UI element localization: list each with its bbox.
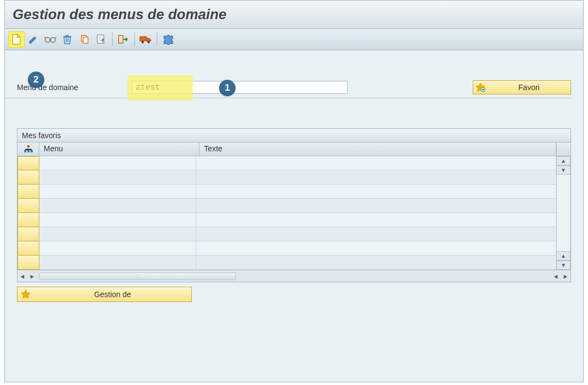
favorites-table-body: ▲ ▼ ▲ ▼ <box>17 156 571 270</box>
scroll-down-button[interactable]: ▼ <box>556 260 571 270</box>
svg-point-8 <box>148 41 150 44</box>
domain-menu-input[interactable] <box>132 81 348 94</box>
note-edit-icon <box>96 34 107 45</box>
scroll-right-button[interactable]: ► <box>27 271 37 281</box>
table-cell[interactable] <box>39 213 196 227</box>
data-columns <box>39 156 556 270</box>
svg-point-0 <box>45 38 50 43</box>
row-handles <box>17 156 39 270</box>
scroll-down-button[interactable]: ▼ <box>556 165 571 175</box>
favorites-panel: Mes favoris Menu Texte <box>17 128 571 282</box>
table-cell[interactable] <box>39 199 196 213</box>
scroll-up-button[interactable]: ▲ <box>556 156 571 165</box>
toolbar-separator <box>112 32 113 46</box>
svg-rect-5 <box>119 35 123 43</box>
gestion-button-label: Gestion de <box>34 290 191 299</box>
row-selector[interactable] <box>17 227 39 241</box>
display-button[interactable] <box>42 31 58 48</box>
table-cell[interactable] <box>39 227 196 241</box>
svg-rect-12 <box>27 150 30 152</box>
domain-menu-input-wrap: 1 <box>132 81 348 94</box>
row-selector[interactable] <box>17 241 39 256</box>
hierarchy-icon <box>23 145 33 153</box>
vertical-scrollbar: ▲ ▼ ▲ ▼ <box>556 156 571 270</box>
transport-button[interactable] <box>115 31 132 48</box>
table-cell[interactable] <box>196 256 556 270</box>
copy-icon <box>79 34 90 45</box>
table-cell[interactable] <box>196 156 556 170</box>
puzzle-button[interactable] <box>160 31 177 48</box>
menu-column <box>39 156 196 270</box>
table-cell[interactable] <box>196 170 556 185</box>
texte-column <box>196 156 556 270</box>
column-header-texte[interactable]: Texte <box>199 143 556 156</box>
scroll-right-button[interactable]: ► <box>561 271 571 281</box>
app-frame: Gestion des menus de domaine <box>4 0 584 382</box>
puzzle-icon <box>162 34 174 45</box>
row-selector[interactable] <box>17 199 39 213</box>
scroll-header-spacer <box>556 143 571 156</box>
copy-button[interactable] <box>76 31 92 48</box>
column-header-menu[interactable]: Menu <box>39 143 199 156</box>
favorites-title: Mes favoris <box>17 129 571 143</box>
scroll-up-button[interactable]: ▲ <box>556 251 571 260</box>
table-cell[interactable] <box>196 213 556 227</box>
scroll-left-button[interactable]: ◄ <box>551 271 561 281</box>
favorite-button-label: Favori <box>487 83 571 92</box>
table-cell[interactable] <box>196 227 556 241</box>
row-selector[interactable] <box>17 213 39 227</box>
title-bar: Gestion des menus de domaine <box>5 1 583 29</box>
pencil-icon <box>28 34 39 45</box>
svg-rect-13 <box>31 150 33 152</box>
select-all-button[interactable] <box>17 143 39 156</box>
table-cell[interactable] <box>196 241 556 256</box>
svg-point-7 <box>142 41 144 44</box>
separator <box>5 98 571 98</box>
table-cell[interactable] <box>39 241 196 256</box>
toolbar-separator <box>134 32 135 46</box>
gestion-button[interactable]: Gestion de <box>17 287 192 302</box>
main-toolbar <box>5 29 583 50</box>
table-cell[interactable] <box>39 256 196 270</box>
favorite-add-icon <box>473 82 487 92</box>
row-selector[interactable] <box>17 256 39 270</box>
row-selector[interactable] <box>17 170 39 185</box>
annotation-step-2: 2 <box>28 72 44 88</box>
svg-rect-11 <box>24 150 26 152</box>
create-button[interactable] <box>8 31 25 48</box>
domain-menu-field-row: Menu de domaine 1 Favori <box>17 80 571 94</box>
toolbar-separator <box>157 32 157 46</box>
horizontal-scrollbar: ◄ ► ::: ◄ ► <box>17 270 571 282</box>
table-cell[interactable] <box>196 185 556 199</box>
favorites-column-header-row: Menu Texte <box>17 143 571 156</box>
scroll-left-button[interactable]: ◄ <box>17 271 27 281</box>
scroll-track[interactable] <box>556 175 571 251</box>
edit-button[interactable] <box>25 31 42 48</box>
annotation-step-1: 1 <box>219 80 236 96</box>
svg-rect-3 <box>83 37 88 43</box>
svg-rect-10 <box>27 145 30 147</box>
truck-button[interactable] <box>138 31 154 48</box>
table-cell[interactable] <box>39 185 196 199</box>
table-cell[interactable] <box>39 170 196 185</box>
table-cell[interactable] <box>196 199 556 213</box>
star-icon <box>17 289 34 299</box>
documentation-button[interactable] <box>93 31 109 48</box>
nav-exit-icon <box>117 34 130 45</box>
table-cell[interactable] <box>39 156 196 170</box>
row-selector[interactable] <box>17 185 39 199</box>
truck-icon <box>139 34 152 44</box>
svg-point-1 <box>51 38 56 43</box>
delete-button[interactable] <box>59 31 75 48</box>
glasses-icon <box>44 35 57 44</box>
column-splitter[interactable]: ::: <box>39 273 236 280</box>
svg-rect-6 <box>140 37 146 41</box>
trash-icon <box>62 34 73 45</box>
page-title: Gestion des menus de domaine <box>13 6 575 23</box>
row-selector[interactable] <box>17 156 39 170</box>
add-favorite-button[interactable]: Favori <box>473 80 571 94</box>
new-page-icon <box>11 34 21 45</box>
